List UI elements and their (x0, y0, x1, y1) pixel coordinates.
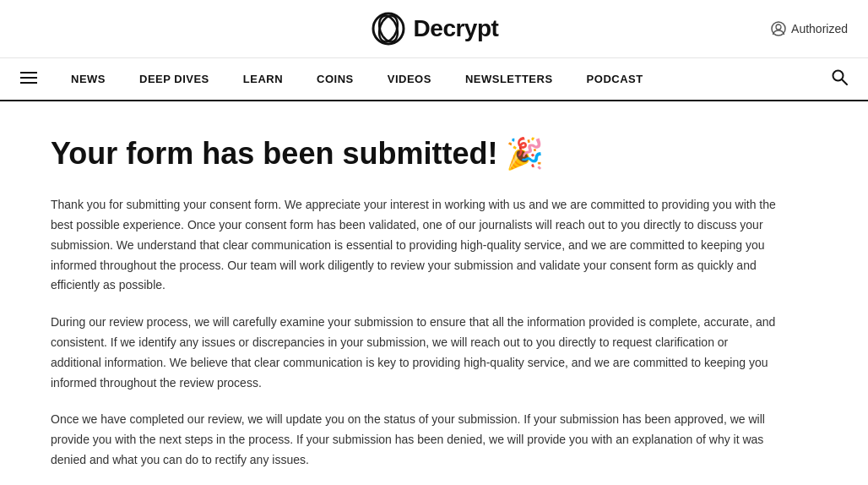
nav-item-videos[interactable]: VIDEOS (371, 59, 448, 99)
nav-item-deep-dives[interactable]: DEEP DIVES (122, 59, 226, 99)
nav-item-news[interactable]: NEWS (54, 59, 122, 99)
paragraph-2: During our review process, we will caref… (51, 313, 777, 393)
logo-link[interactable]: Decrypt (370, 10, 499, 47)
svg-point-4 (776, 25, 781, 30)
auth-label: Authorized (791, 22, 848, 35)
nav-item-coins[interactable]: COINS (300, 59, 371, 99)
nav-item-learn[interactable]: LEARN (226, 59, 300, 99)
nav-item-newsletters[interactable]: NEWSLETTERS (448, 59, 570, 99)
hamburger-menu[interactable] (20, 60, 37, 98)
user-icon (771, 21, 786, 36)
svg-point-0 (373, 14, 404, 44)
header: Decrypt Authorized (0, 0, 868, 58)
logo-icon (370, 10, 407, 47)
logo-text: Decrypt (414, 15, 499, 42)
paragraph-3: Once we have completed our review, we wi… (51, 410, 777, 470)
paragraph-1: Thank you for submitting your consent fo… (51, 195, 777, 296)
svg-line-9 (842, 79, 847, 84)
page-title: Your form has been submitted! 🎉 (51, 135, 777, 172)
main-content: Your form has been submitted! 🎉 Thank yo… (0, 101, 827, 485)
search-button[interactable] (831, 58, 848, 100)
nav-items: NEWS DEEP DIVES LEARN COINS VIDEOS NEWSL… (54, 59, 831, 99)
nav-item-podcast[interactable]: PODCAST (570, 59, 660, 99)
navigation: NEWS DEEP DIVES LEARN COINS VIDEOS NEWSL… (0, 58, 868, 101)
auth-section: Authorized (771, 21, 848, 36)
